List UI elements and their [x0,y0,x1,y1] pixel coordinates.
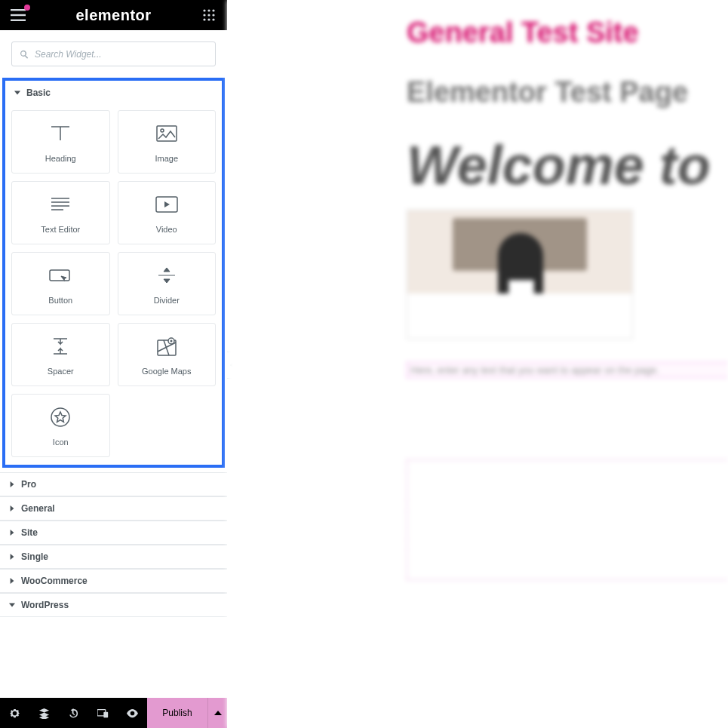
page-title: Elementor Test Page [407,76,728,109]
editor-canvas[interactable]: General Test Site Elementor Test Page We… [227,0,728,728]
caret-right-icon [9,578,15,584]
widget-spacer[interactable]: Spacer [11,323,110,386]
widget-image[interactable]: Image [118,110,217,174]
text-block[interactable]: Here, enter any text that you want to ap… [407,362,728,378]
button-icon [49,263,72,288]
image-icon [156,121,177,146]
widget-video[interactable]: Video [118,181,217,244]
svg-point-13 [161,129,164,132]
widget-google-maps-label: Google Maps [142,367,191,376]
category-general-label: General [21,503,55,514]
caret-right-icon [9,530,15,536]
widget-icon-label: Icon [53,438,69,447]
search-wrap [0,30,227,78]
widget-text-editor-label: Text Editor [41,225,80,234]
widget-text-editor[interactable]: Text Editor [11,181,110,244]
widget-icon[interactable]: Icon [11,394,110,457]
svg-point-5 [212,9,214,11]
caret-right-icon [9,554,15,560]
category-wordpress-label: WordPress [21,600,69,610]
basic-widget-grid: Heading Image Text Editor [5,105,222,465]
svg-rect-21 [103,711,108,717]
google-maps-icon [157,333,177,359]
svg-point-3 [203,9,205,11]
widget-heading[interactable]: Heading [11,110,110,174]
elementor-panel: elementor Basic [0,0,227,728]
publish-button[interactable]: Publish [147,698,207,728]
panel-header: elementor [0,0,227,30]
svg-point-9 [203,18,205,20]
svg-rect-2 [11,20,26,21]
search-icon [20,50,29,59]
svg-rect-1 [11,14,26,16]
notification-dot-icon [24,5,30,11]
category-list: Basic Heading Image [0,78,227,698]
category-single-label: Single [21,551,48,562]
category-woocommerce-header[interactable]: WooCommerce [0,569,227,593]
widget-google-maps[interactable]: Google Maps [118,323,217,386]
widget-spacer-label: Spacer [48,367,74,376]
svg-point-6 [203,14,205,16]
heading-icon [49,121,72,146]
svg-point-7 [207,14,210,16]
svg-point-18 [170,340,172,342]
category-basic-label: Basic [26,88,51,98]
widgets-grid-button[interactable] [200,6,218,24]
hamburger-menu-button[interactable] [9,6,27,24]
svg-rect-12 [157,126,177,141]
text-editor-icon [50,192,71,217]
category-basic-header[interactable]: Basic [5,81,222,105]
svg-rect-0 [11,9,26,11]
drop-zone[interactable] [407,459,728,580]
category-woocommerce-label: WooCommerce [21,576,88,586]
svg-point-10 [207,18,210,20]
video-icon [155,192,178,217]
category-pro-label: Pro [21,479,36,490]
widget-image-label: Image [155,154,178,163]
category-wordpress-header[interactable]: WordPress [0,593,227,617]
panel-footer: Publish [0,698,227,728]
svg-point-8 [212,14,214,16]
widget-heading-label: Heading [45,154,76,163]
widget-divider[interactable]: Divider [118,252,217,315]
widget-button[interactable]: Button [11,252,110,315]
category-pro-header[interactable]: Pro [0,472,227,496]
history-button[interactable] [59,698,88,728]
search-box[interactable] [11,41,216,66]
caret-right-icon [9,505,15,511]
category-site-label: Site [21,527,38,538]
responsive-button[interactable] [88,698,118,728]
publish-options-button[interactable] [207,698,227,728]
publish-label: Publish [162,708,192,718]
widget-button-label: Button [48,296,72,305]
caret-down-icon [14,90,20,96]
site-title: General Test Site [407,17,728,49]
search-input[interactable] [35,49,207,60]
caret-down-icon [9,602,15,608]
icon-icon [51,404,70,430]
image-placeholder[interactable] [407,210,633,339]
widget-video-label: Video [156,225,177,234]
caret-right-icon [9,481,15,487]
settings-button[interactable] [0,698,29,728]
category-basic-highlight: Basic Heading Image [2,78,225,468]
brand-logo: elementor [75,7,151,24]
svg-point-4 [207,9,210,11]
widget-divider-label: Divider [154,296,180,305]
divider-icon [157,263,177,288]
category-site-header[interactable]: Site [0,521,227,545]
preview-button[interactable] [118,698,147,728]
category-general-header[interactable]: General [0,496,227,521]
svg-point-11 [212,18,214,20]
headline-text: Welcome to [407,134,728,196]
spacer-icon [52,333,69,359]
svg-rect-15 [50,270,69,281]
category-single-header[interactable]: Single [0,545,227,569]
navigator-button[interactable] [29,698,59,728]
